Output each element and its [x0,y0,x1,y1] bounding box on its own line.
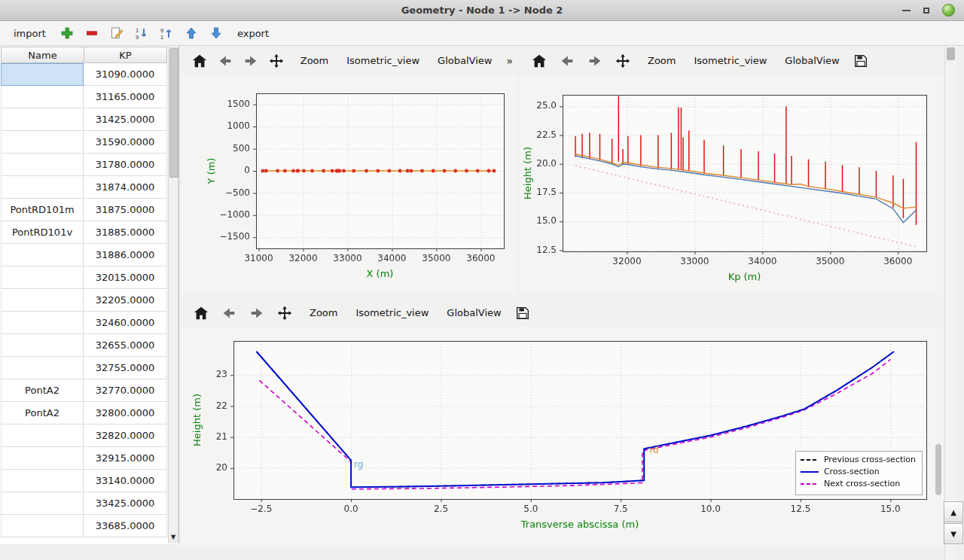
home-button[interactable] [190,50,210,72]
table-scrollbar[interactable]: ▼ [168,47,178,543]
kp-cell[interactable]: 32015.0000 [84,266,167,289]
sort-ascending-button[interactable]: 91 [157,23,176,43]
table-row[interactable]: PontA232800.0000 [1,402,167,425]
toolbar-overflow-button[interactable]: » [502,51,517,71]
kp-cell[interactable]: 31875.0000 [84,199,167,221]
name-cell[interactable] [1,244,84,266]
profile-canvas[interactable] [519,75,943,295]
pan-button[interactable] [267,50,287,72]
kp-cell[interactable]: 32460.0000 [84,312,167,334]
save-button[interactable] [850,50,872,72]
bottom-panel-scrollbar[interactable] [935,444,941,495]
table-row[interactable]: 31425.0000 [1,108,167,131]
isometric-view-button[interactable]: Isometric_view [685,51,775,70]
name-cell[interactable]: PontA2 [1,402,84,425]
cross-section-canvas[interactable] [181,327,943,547]
table-row[interactable]: 32820.0000 [1,425,167,447]
name-cell[interactable] [1,176,84,199]
forward-button[interactable] [241,50,261,72]
name-cell[interactable] [1,266,84,289]
table-row[interactable]: 31090.0000 [1,63,167,86]
forward-button[interactable] [246,302,268,324]
kp-cell[interactable]: 32915.0000 [84,447,167,470]
name-cell[interactable]: PontRD101m [1,199,84,221]
window-scrollbar-thumb[interactable] [947,47,955,60]
isometric-view-button[interactable]: Isometric_view [338,51,428,70]
back-button[interactable] [556,50,578,72]
name-cell[interactable] [1,492,84,515]
kp-cell[interactable]: 31165.0000 [84,86,167,108]
table-row[interactable]: 33140.0000 [1,470,167,492]
pan-button[interactable] [273,302,296,324]
kp-cell[interactable]: 31885.0000 [84,221,167,244]
table-row[interactable]: PontRD101v31885.0000 [1,221,167,244]
table-row[interactable]: 32205.0000 [1,289,167,312]
table-row[interactable]: 31780.0000 [1,154,167,176]
sort-descending-button[interactable]: 19 [132,23,151,43]
kp-cell[interactable]: 31425.0000 [84,108,167,131]
name-cell[interactable] [1,447,84,470]
name-cell[interactable] [1,515,84,537]
kp-cell[interactable]: 33425.0000 [84,492,167,515]
save-button[interactable] [511,302,534,324]
name-cell[interactable] [1,86,84,108]
column-header-name[interactable]: Name [1,47,84,63]
titlebar[interactable]: Geometry - Node 1 -> Node 2 [0,0,964,21]
window-scrollbar[interactable] [944,46,956,560]
table-row[interactable]: 32755.0000 [1,357,167,379]
table-row[interactable]: 31590.0000 [1,131,167,154]
zoom-button[interactable]: Zoom [639,51,684,70]
kp-cell[interactable]: 31780.0000 [84,154,167,176]
global-view-button[interactable]: GlobalView [438,303,509,322]
pan-button[interactable] [612,50,634,72]
name-cell[interactable] [1,312,84,334]
close-button[interactable] [942,4,955,17]
import-button[interactable]: import [8,26,52,41]
name-cell[interactable] [1,63,84,86]
kp-cell[interactable]: 32820.0000 [84,425,167,447]
table-row[interactable]: PontRD101m31875.0000 [1,199,167,221]
kp-cell[interactable]: 32800.0000 [84,402,167,425]
kp-cell[interactable]: 32655.0000 [84,334,167,357]
name-cell[interactable] [1,108,84,131]
minimize-button[interactable] [902,10,911,11]
name-cell[interactable] [1,470,84,492]
scroll-down-button[interactable]: ▼ [944,523,963,544]
table-row[interactable]: 32015.0000 [1,266,167,289]
table-row[interactable]: 32655.0000 [1,334,167,357]
name-cell[interactable] [1,154,84,176]
plan-view-canvas[interactable] [181,75,517,295]
scroll-up-button[interactable]: ▲ [944,501,963,522]
home-button[interactable] [190,302,212,324]
name-cell[interactable] [1,131,84,154]
edit-button[interactable] [107,23,127,43]
table-row[interactable]: 33685.0000 [1,515,167,537]
move-up-button[interactable] [182,23,201,43]
kp-cell[interactable]: 31886.0000 [84,244,167,266]
table-row[interactable]: 31886.0000 [1,244,167,266]
remove-row-button[interactable] [82,23,102,43]
kp-cell[interactable]: 32205.0000 [84,289,167,312]
table-scrollbar-thumb[interactable] [169,48,178,178]
name-cell[interactable]: PontRD101v [1,221,84,244]
name-cell[interactable]: PontA2 [1,379,84,402]
table-row[interactable]: 33425.0000 [1,492,167,515]
home-button[interactable] [528,50,551,72]
name-cell[interactable] [1,425,84,447]
table-row[interactable]: PontA232770.0000 [1,379,167,402]
table-row[interactable]: 32460.0000 [1,312,167,334]
back-button[interactable] [215,50,236,72]
move-down-button[interactable] [206,23,226,43]
maximize-button[interactable] [923,8,929,14]
name-cell[interactable] [1,357,84,379]
kp-cell[interactable]: 33685.0000 [84,515,167,537]
kp-cell[interactable]: 31590.0000 [84,131,167,154]
zoom-button[interactable]: Zoom [301,303,346,322]
global-view-button[interactable]: GlobalView [429,51,500,70]
export-button[interactable]: export [231,26,275,41]
table-row[interactable]: 32915.0000 [1,447,167,470]
name-cell[interactable] [1,334,84,357]
back-button[interactable] [218,302,240,324]
kp-cell[interactable]: 33140.0000 [84,470,167,492]
kp-cell[interactable]: 31090.0000 [84,63,167,86]
